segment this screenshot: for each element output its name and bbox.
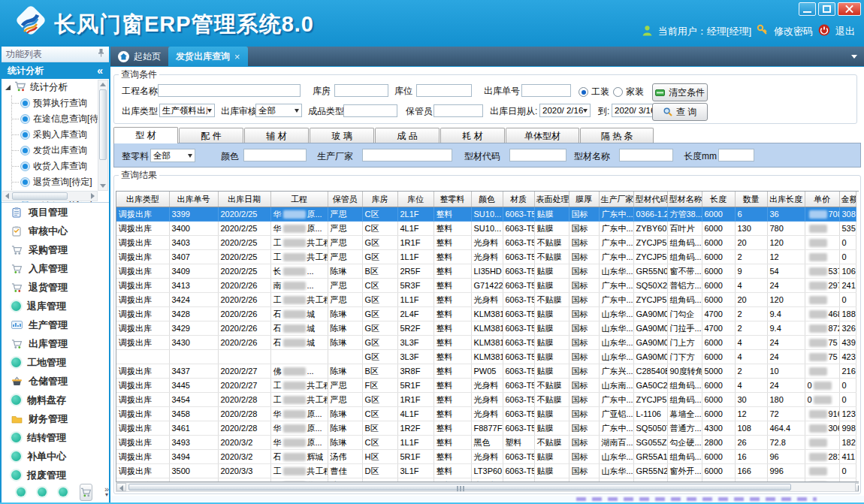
table-cell[interactable]: 2020/3/2 [218, 436, 270, 450]
radio-jiazhuang[interactable]: 家装 [613, 86, 644, 98]
table-cell[interactable]: 工共工程 [270, 393, 328, 407]
table-cell[interactable]: 整料 [434, 379, 471, 393]
table-cell[interactable]: 光身料 [471, 293, 503, 307]
table-cell[interactable]: 国标 [569, 379, 599, 393]
table-cell[interactable]: 2020/3/3 [218, 464, 270, 478]
table-cell[interactable]: 3429 [169, 321, 218, 336]
module-circle-icon[interactable] [17, 487, 26, 496]
table-cell[interactable]: 陈琳 [328, 407, 362, 421]
table-cell[interactable]: 2020/2/28 [218, 393, 270, 407]
sidebar-item-7[interactable]: 出库管理 [2, 334, 109, 353]
table-cell[interactable]: 4L1F [397, 222, 434, 236]
table-cell[interactable]: 工共工程 [270, 293, 328, 307]
table-cell[interactable]: 整料 [434, 350, 471, 364]
table-cell[interactable]: H区 [362, 450, 397, 464]
table-cell[interactable]: 门勾企 [667, 307, 702, 321]
table-cell[interactable]: 411 [839, 450, 856, 464]
table-cell[interactable]: ZYBY607 [633, 222, 667, 236]
table-cell[interactable]: 整料 [434, 250, 471, 264]
table-cell[interactable]: 5R3F [397, 279, 434, 293]
table-cell[interactable]: PW05 [471, 364, 503, 379]
sidebar-item-5[interactable]: 退库管理 [2, 297, 109, 315]
table-cell[interactable]: 54 [767, 264, 805, 279]
table-cell[interactable]: 2 [735, 364, 767, 379]
table-cell[interactable]: 贴膜 [534, 264, 569, 279]
logout-link[interactable]: 退出 [835, 25, 855, 38]
table-cell[interactable]: 普通方... [667, 421, 702, 436]
table-cell[interactable]: 12 [767, 250, 805, 264]
table-cell[interactable]: 陈琳 [328, 321, 362, 336]
table-cell[interactable]: GR55N02 [633, 264, 667, 279]
table-cell[interactable]: 工共工程 [270, 379, 328, 393]
table-cell[interactable]: 6063-T5 [503, 450, 534, 464]
table-cell[interactable]: 华原... [270, 421, 328, 436]
table-cell[interactable]: 6063-T5 [503, 222, 534, 236]
table-cell[interactable]: 工共工程 [270, 464, 328, 478]
table-cell[interactable]: 山东南... [599, 379, 633, 393]
table-cell[interactable]: KLM3817 [471, 321, 503, 336]
table-cell[interactable]: 10 [767, 364, 805, 379]
table-cell[interactable]: 2020/2/25 [218, 222, 270, 236]
table-cell[interactable]: 光身料 [471, 393, 503, 407]
table-row[interactable]: 调拨出库34282020/2/26石城陈琳G区2L4F整料KLM38176063… [116, 307, 856, 321]
table-cell[interactable]: 石城 [270, 307, 328, 321]
table-cell[interactable]: GR55A11 [633, 450, 667, 464]
table-cell[interactable]: 0 [839, 464, 856, 478]
table-cell[interactable]: 6000 [702, 450, 735, 464]
table-cell[interactable]: 调拨出库 [116, 321, 169, 336]
table-cell[interactable]: 2020/3/2 [218, 450, 270, 464]
table-cell[interactable]: 组角码... [667, 450, 702, 464]
table-cell[interactable]: 6063-T5 [503, 264, 534, 279]
tree-item-5[interactable]: 退货查询[待定] [2, 174, 109, 190]
tree-root-statistics[interactable]: 统计分析 [2, 79, 109, 95]
table-cell[interactable]: 6063-T5 [503, 336, 534, 350]
table-row[interactable]: 调拨出库35002020/3/3工共工程曹佳D区3L1F整料LT3P606063… [116, 464, 856, 478]
table-cell[interactable]: 166 [735, 464, 767, 478]
table-cell[interactable]: 贴膜 [534, 350, 569, 364]
table-cell[interactable]: 石城 [270, 336, 328, 350]
column-header[interactable]: 膜厚 [569, 192, 599, 207]
table-cell[interactable]: 贴膜 [534, 336, 569, 350]
collapse-icon[interactable] [97, 62, 103, 80]
table-row[interactable]: 调拨出库34242020/2/26工共工程严思G区1L1F整料光身料6063-T… [116, 293, 856, 307]
table-cell[interactable]: 6000 [702, 279, 735, 293]
material-tab-5[interactable]: 耗 材 [440, 128, 505, 143]
table-cell[interactable]: 陈琳 [328, 307, 362, 321]
table-cell[interactable]: 广亚铝... [599, 407, 633, 421]
tree-item-2[interactable]: 采购入库查询 [2, 127, 109, 143]
table-cell[interactable]: 国标 [569, 450, 599, 464]
table-cell[interactable]: 石城 [270, 321, 328, 336]
table-cell[interactable]: 6063-T5 [503, 393, 534, 407]
table-cell[interactable]: 36 [767, 207, 805, 222]
table-cell[interactable]: 幕墙全... [667, 407, 702, 421]
table-cell[interactable] [270, 350, 328, 364]
keeper-input[interactable] [434, 104, 483, 117]
table-cell[interactable]: 贴膜 [534, 364, 569, 379]
table-cell[interactable]: 5000 [702, 364, 735, 379]
table-cell[interactable]: 黑色 [471, 436, 503, 450]
table-cell[interactable]: 72.8 [767, 436, 805, 450]
column-header[interactable]: 工程 [270, 192, 328, 207]
table-cell[interactable]: 2 [735, 321, 767, 336]
table-cell[interactable]: 山东华... [599, 450, 633, 464]
table-cell[interactable]: 6000 [702, 464, 735, 478]
sidebar-item-8[interactable]: 工地管理 [2, 353, 109, 372]
table-cell[interactable]: KLM3817 [471, 307, 503, 321]
table-cell[interactable]: 108 [735, 421, 767, 436]
table-cell[interactable]: 241 [839, 279, 856, 293]
table-cell[interactable]: 不贴膜 [534, 293, 569, 307]
table-cell[interactable]: 6000 [702, 350, 735, 364]
table-cell[interactable]: 2020/2/25 [218, 250, 270, 264]
sidebar-item-1[interactable]: 审核中心 [2, 222, 109, 240]
table-cell[interactable] [805, 250, 839, 264]
outbound-order-input[interactable] [521, 84, 571, 97]
table-cell[interactable]: 贴膜 [534, 421, 569, 436]
profile-name-input[interactable] [619, 149, 673, 161]
table-cell[interactable]: 方管38... [667, 207, 702, 222]
table-cell[interactable]: ZYCJP5... [633, 293, 667, 307]
table-cell[interactable]: G区 [362, 236, 397, 250]
table-cell[interactable]: 3L3F [397, 336, 434, 350]
table-cell[interactable]: G区 [362, 321, 397, 336]
table-cell[interactable]: 不贴膜 [534, 436, 569, 450]
table-horizontal-scrollbar[interactable] [116, 482, 859, 492]
